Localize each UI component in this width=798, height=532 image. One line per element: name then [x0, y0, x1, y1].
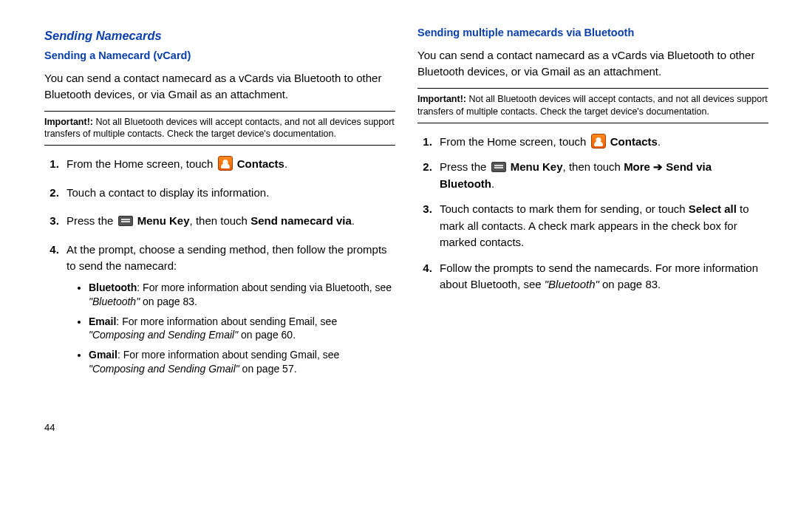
- important-notice: Important!: Not all Bluetooth devices wi…: [44, 111, 395, 146]
- step-3: Touch contacts to mark them for sending,…: [435, 201, 768, 251]
- option-label: Bluetooth: [89, 282, 137, 293]
- step-text: .: [352, 214, 355, 227]
- option-text: on page 83.: [140, 296, 197, 307]
- cross-reference: "Composing and Sending Gmail": [89, 363, 239, 375]
- step-text: Touch contacts to mark them for sending,…: [440, 202, 689, 215]
- step-text: on page 83.: [599, 278, 661, 290]
- option-bluetooth: Bluetooth: For more information about se…: [89, 281, 395, 309]
- step-text: From the Home screen, touch: [440, 135, 590, 148]
- option-email: Email: For more information about sendin…: [89, 315, 395, 343]
- step-text: Press the: [440, 160, 490, 173]
- right-column: Sending multiple namecards via Bluetooth…: [417, 22, 768, 435]
- sub-section-title: Sending a Namecard (vCard): [44, 48, 395, 64]
- menu-key-icon: [491, 162, 506, 172]
- left-column: Sending Namecards Sending a Namecard (vC…: [44, 22, 395, 435]
- menu-key-label: Menu Key: [511, 160, 563, 173]
- cross-reference: "Bluetooth": [545, 278, 599, 290]
- option-text: on page 60.: [238, 329, 296, 341]
- intro-paragraph: You can send a contact namecard as a vCa…: [417, 47, 768, 81]
- menu-key-icon: [118, 216, 133, 226]
- step-text: .: [491, 177, 494, 190]
- options-list: Bluetooth: For more information about se…: [66, 281, 395, 376]
- step-3: Press the Menu Key, then touch Send name…: [62, 213, 395, 230]
- step-text: Press the: [66, 214, 117, 227]
- option-text: : For more information about sending Ema…: [116, 316, 337, 327]
- option-label: Gmail: [89, 349, 117, 361]
- option-text: : For more information about sending Gma…: [117, 349, 339, 361]
- notice-label: Important!:: [44, 117, 93, 127]
- contacts-icon: [218, 156, 233, 171]
- sub-section-title: Sending multiple namecards via Bluetooth: [417, 25, 768, 41]
- menu-key-label: Menu Key: [137, 214, 190, 227]
- step-2: Press the Menu Key, then touch More ➔ Se…: [435, 159, 768, 192]
- page-number: 44: [44, 420, 395, 435]
- intro-paragraph: You can send a contact namecard as a vCa…: [44, 70, 395, 103]
- action-label: Send namecard via: [250, 214, 352, 227]
- step-1: From the Home screen, touch Contacts.: [62, 156, 395, 173]
- step-text: , then touch: [563, 160, 624, 173]
- contacts-label: Contacts: [610, 135, 658, 148]
- page-content: Sending Namecards Sending a Namecard (vC…: [0, 0, 798, 443]
- step-text: .: [658, 135, 661, 148]
- arrow-icon: ➔: [650, 160, 666, 173]
- option-text: on page 57.: [239, 363, 297, 375]
- contacts-label: Contacts: [237, 157, 284, 170]
- action-label: More: [624, 160, 650, 173]
- notice-label: Important!:: [417, 94, 466, 104]
- step-2: Touch a contact to display its informati…: [62, 185, 395, 202]
- step-text: From the Home screen, touch: [66, 157, 216, 170]
- step-4: At the prompt, choose a sending method, …: [62, 242, 395, 376]
- option-text: : For more information about sending via…: [137, 282, 392, 293]
- cross-reference: "Composing and Sending Email": [89, 329, 238, 341]
- section-title: Sending Namecards: [44, 27, 395, 45]
- notice-text: Not all Bluetooth devices will accept co…: [417, 94, 768, 117]
- important-notice: Important!: Not all Bluetooth devices wi…: [417, 88, 768, 123]
- steps-list: From the Home screen, touch Contacts. Pr…: [417, 134, 768, 293]
- option-label: Email: [89, 316, 116, 327]
- step-1: From the Home screen, touch Contacts.: [435, 134, 768, 151]
- step-text: .: [284, 157, 287, 170]
- option-gmail: Gmail: For more information about sendin…: [89, 348, 395, 376]
- step-text: , then touch: [190, 214, 251, 227]
- steps-list: From the Home screen, touch Contacts. To…: [44, 156, 395, 376]
- contacts-icon: [591, 134, 606, 149]
- step-text: At the prompt, choose a sending method, …: [66, 243, 387, 273]
- notice-text: Not all Bluetooth devices will accept co…: [44, 117, 395, 140]
- cross-reference: "Bluetooth": [89, 296, 140, 307]
- action-label: Select all: [689, 202, 737, 215]
- step-4: Follow the prompts to send the namecards…: [435, 260, 768, 293]
- step-text: Touch a contact to display its informati…: [66, 186, 269, 199]
